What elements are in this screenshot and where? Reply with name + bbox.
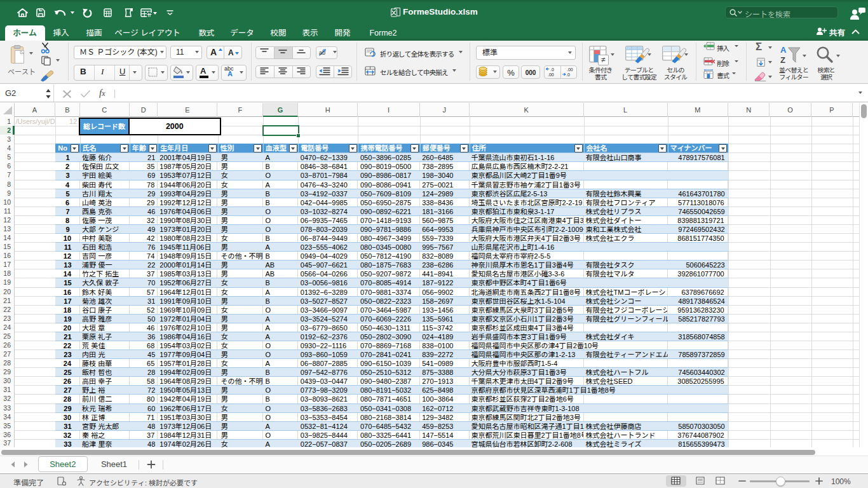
svg-text:.0: .0 <box>566 72 570 77</box>
svg-text:ab: ab <box>319 50 325 56</box>
svg-text:.00: .00 <box>567 67 573 72</box>
svg-text:.00: .00 <box>548 72 554 77</box>
svg-text:.0: .0 <box>550 67 554 72</box>
